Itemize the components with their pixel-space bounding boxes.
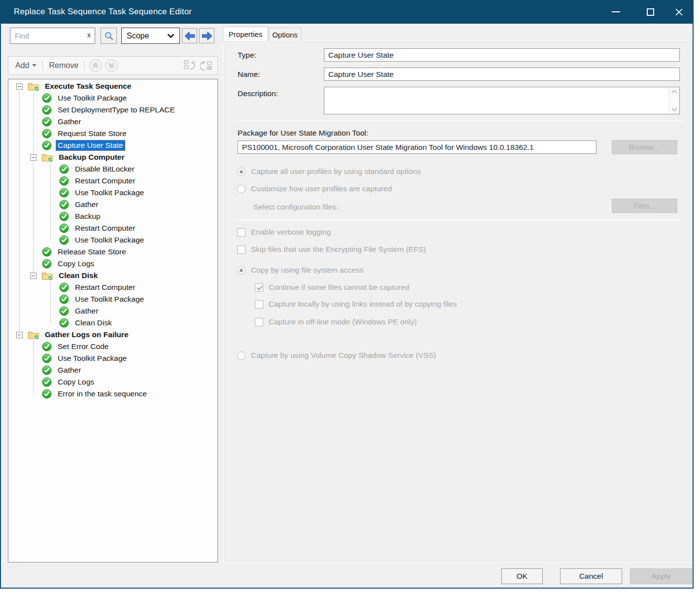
description-scrollbar[interactable]: [669, 88, 679, 113]
tree-item[interactable]: Use Toolkit Package: [8, 293, 217, 305]
tree-item-label[interactable]: Restart Computer: [73, 282, 137, 293]
maximize-button[interactable]: [636, 0, 664, 24]
tree-collapse-toggle[interactable]: [16, 83, 23, 90]
tree-item[interactable]: Clean Disk: [8, 317, 217, 329]
files-button[interactable]: Files...: [612, 199, 677, 213]
scroll-down-icon[interactable]: [671, 107, 677, 111]
copy-file-system-label: Copy by using file system access: [251, 266, 363, 275]
tree-item-label[interactable]: Use Toolkit Package: [73, 235, 146, 245]
tree-collapse-toggle[interactable]: [30, 273, 36, 279]
tree-item-label[interactable]: Set DeploymentType to REPLACE: [56, 105, 177, 115]
tree-item-label[interactable]: Restart Computer: [73, 223, 137, 234]
tree-item-label[interactable]: Clean Disk: [73, 317, 114, 328]
tree-item-label[interactable]: Request State Store: [56, 128, 129, 139]
description-field[interactable]: [324, 87, 680, 114]
browse-button[interactable]: Browse...: [612, 140, 677, 154]
tree-item-label[interactable]: Gather: [56, 116, 83, 127]
tree-item[interactable]: Set Error Code: [8, 341, 217, 352]
tree-item[interactable]: Use Toolkit Package: [8, 187, 217, 199]
move-up-button[interactable]: [89, 59, 102, 72]
clear-find-icon[interactable]: x: [87, 31, 91, 39]
step-check-icon: [59, 223, 69, 233]
tree-item[interactable]: Clean Disk: [8, 270, 217, 281]
tree-item[interactable]: Disable BitLocker: [8, 163, 217, 175]
tree-item[interactable]: Request State Store: [8, 128, 217, 140]
tree-item[interactable]: Execute Task Sequence: [8, 80, 217, 92]
customize-profiles-radio[interactable]: Customize how user profiles are captured: [237, 184, 392, 193]
copy-file-system-radio[interactable]: Copy by using file system access: [237, 266, 363, 275]
tree-item[interactable]: Copy Logs: [8, 258, 217, 270]
tree-item-label[interactable]: Disable BitLocker: [73, 164, 137, 175]
tree-collapse-toggle[interactable]: [16, 332, 23, 338]
tree-item[interactable]: Error in the task sequence: [8, 388, 217, 400]
tree-collapse-toggle[interactable]: [30, 154, 36, 161]
tree-item-label[interactable]: Set Error Code: [56, 341, 110, 352]
skip-efs-checkbox[interactable]: Skip files that use the Encrypting File …: [237, 245, 426, 254]
move-down-button[interactable]: [105, 59, 118, 72]
tree-item-label[interactable]: Gather: [73, 199, 100, 210]
tree-item[interactable]: Gather: [8, 199, 217, 210]
tree-item[interactable]: Use Toolkit Package: [8, 352, 217, 364]
capture-links-checkbox[interactable]: Capture locally by using links instead o…: [255, 300, 457, 309]
tree-item[interactable]: Gather: [8, 305, 217, 317]
tree-item[interactable]: Restart Computer: [8, 222, 217, 234]
vss-capture-radio[interactable]: Capture by using Volume Copy Shadow Serv…: [237, 351, 436, 360]
find-previous-button[interactable]: [182, 28, 197, 43]
tree-item-label[interactable]: Use Toolkit Package: [56, 93, 129, 104]
tree-item[interactable]: Gather: [8, 364, 217, 376]
package-field[interactable]: PS100001, Microsoft Corporation User Sta…: [238, 140, 596, 154]
tree-item[interactable]: Use Toolkit Package: [8, 234, 217, 246]
tree-item[interactable]: Copy Logs: [8, 376, 217, 388]
capture-all-profiles-radio[interactable]: Capture all user profiles by using stand…: [237, 167, 421, 176]
find-next-button[interactable]: [199, 28, 214, 43]
tree-item[interactable]: Backup: [8, 210, 217, 222]
tree-item[interactable]: Gather: [8, 116, 217, 128]
tree-item-label[interactable]: Use Toolkit Package: [73, 187, 146, 198]
tree-item-label[interactable]: Gather: [56, 365, 83, 376]
scroll-up-icon[interactable]: [671, 90, 677, 94]
continue-capture-checkbox[interactable]: Continue if some files cannot be capture…: [255, 283, 409, 292]
verbose-logging-checkbox[interactable]: Enable verbose logging: [237, 228, 331, 237]
step-check-icon: [42, 117, 52, 127]
minimize-button[interactable]: [602, 0, 630, 24]
tree-item-label[interactable]: Gather Logs on Failure: [43, 329, 131, 340]
tree-item-label[interactable]: Use Toolkit Package: [73, 294, 146, 305]
tree-item-label[interactable]: Restart Computer: [73, 175, 137, 186]
tree-item-label[interactable]: Use Toolkit Package: [56, 353, 129, 364]
search-button[interactable]: [101, 28, 117, 44]
arrow-left-icon: [184, 32, 195, 40]
tree-item-label[interactable]: Release State Store: [56, 246, 128, 257]
tree-item-label[interactable]: Backup Computer: [57, 152, 127, 163]
tree-item[interactable]: Gather Logs on Failure: [8, 329, 217, 341]
tree-item-label[interactable]: Error in the task sequence: [56, 388, 149, 399]
tree-item-label[interactable]: Capture User State: [56, 140, 125, 151]
find-input[interactable]: [10, 28, 95, 44]
tab-properties[interactable]: Properties: [223, 27, 268, 41]
tree-item-label[interactable]: Gather: [73, 306, 100, 316]
task-sequence-tree[interactable]: Execute Task SequenceUse Toolkit Package…: [8, 79, 218, 562]
tab-options[interactable]: Options: [269, 28, 301, 41]
name-field[interactable]: Capture User State: [324, 68, 680, 81]
tree-item[interactable]: Set DeploymentType to REPLACE: [8, 104, 217, 116]
tree-item[interactable]: Capture User State: [8, 140, 217, 151]
ok-button[interactable]: OK: [501, 568, 543, 584]
tree-item-label[interactable]: Copy Logs: [56, 258, 96, 269]
tree-item-label[interactable]: Backup: [73, 211, 103, 222]
apply-button[interactable]: Apply: [630, 568, 692, 584]
tree-item[interactable]: Backup Computer: [8, 151, 217, 163]
add-button[interactable]: Add: [12, 61, 39, 70]
close-button[interactable]: [665, 0, 693, 24]
tree-item[interactable]: Use Toolkit Package: [8, 92, 217, 104]
remove-button[interactable]: Remove: [46, 61, 81, 70]
revert-steps-icon[interactable]: [183, 59, 196, 72]
tree-item-label[interactable]: Copy Logs: [56, 377, 96, 387]
tree-item[interactable]: Restart Computer: [8, 175, 217, 187]
tree-item-label[interactable]: Execute Task Sequence: [43, 81, 133, 92]
tree-item[interactable]: Release State Store: [8, 246, 217, 258]
tree-item[interactable]: Restart Computer: [8, 281, 217, 293]
tree-item-label[interactable]: Clean Disk: [57, 270, 100, 281]
cancel-button[interactable]: Cancel: [560, 568, 622, 584]
offline-mode-checkbox[interactable]: Capture in off-line mode (Windows PE onl…: [255, 317, 417, 326]
scope-dropdown[interactable]: Scope: [121, 28, 180, 44]
reorder-steps-icon[interactable]: [200, 59, 213, 72]
